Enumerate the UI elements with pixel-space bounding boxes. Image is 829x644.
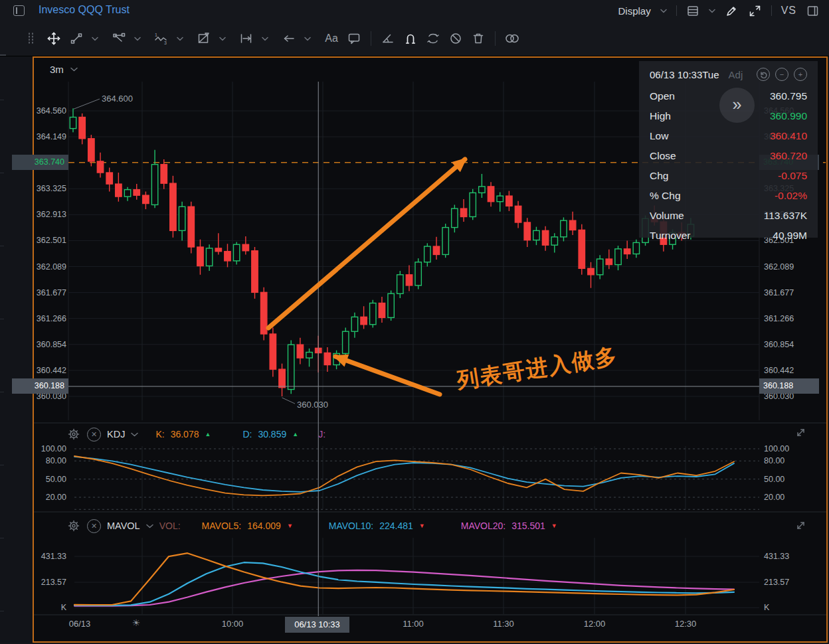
info-row-label: Turnover xyxy=(650,230,690,242)
price-label-right: 360.442 xyxy=(764,365,821,376)
adj-toggle[interactable]: Adj xyxy=(729,69,743,80)
price-label-left: 361.266 xyxy=(11,313,66,325)
info-datetime: 06/13 10:33Tue xyxy=(650,69,719,80)
info-row: Turnover40.99M xyxy=(650,226,807,246)
mavol5-value: 164.009 xyxy=(247,521,281,531)
kdj-axis-label-left: 80.00 xyxy=(11,455,66,467)
price-label-right: 360.854 xyxy=(764,339,821,351)
cursor-price-tag-left: 360.188 xyxy=(12,378,68,394)
gear-icon[interactable] xyxy=(66,427,81,442)
kdj-j-label: J: xyxy=(318,429,325,440)
price-label-left: 362.913 xyxy=(11,209,66,220)
time-label: 06/13 xyxy=(69,619,91,629)
info-row: Low360.410 xyxy=(650,126,807,146)
info-row-label: Low xyxy=(650,130,668,142)
info-row-label: Volume xyxy=(650,210,684,222)
mavol-header: ✕ MAVOL VOL: MAVOL5: 164.009 ▼ MAVOL10: … xyxy=(66,517,557,534)
mavol5-label: MAVOL5: xyxy=(202,521,242,531)
info-row-label: Chg xyxy=(650,170,668,182)
info-row-value: 360.990 xyxy=(770,110,807,122)
low-price-annotation: 360.030 xyxy=(297,400,328,410)
mavol-expand-icon[interactable] xyxy=(794,519,807,534)
kdj-axis-label-left: 20.00 xyxy=(11,492,66,503)
mavol20-down-triangle-icon: ▼ xyxy=(551,523,557,529)
d-up-triangle-icon: ▲ xyxy=(292,431,298,438)
mavol-axis-label-right: 213.57 xyxy=(764,577,821,588)
kdj-axis-label-right: 80.00 xyxy=(764,455,821,467)
mavol-axis-label-left: 213.57 xyxy=(11,577,66,588)
price-label-left: 360.442 xyxy=(11,365,66,376)
trading-app: Invesco QQQ Trust Display VS 13 xyxy=(0,0,829,644)
mavol-axis-label-left: K xyxy=(11,602,66,613)
high-price-annotation: 364.600 xyxy=(102,94,133,104)
chevron-down-icon[interactable] xyxy=(131,432,138,437)
kdj-expand-icon[interactable] xyxy=(794,426,807,442)
time-label: 10:00 xyxy=(222,619,244,629)
time-label: 12:00 xyxy=(584,619,606,629)
price-label-left: 362.501 xyxy=(11,235,66,246)
price-label-right: 362.089 xyxy=(764,262,821,273)
mavol10-down-triangle-icon: ▼ xyxy=(419,523,425,529)
info-row-label: Open xyxy=(650,90,675,102)
mavol-axis-label-right: K xyxy=(764,602,821,613)
price-label-left: 361.677 xyxy=(11,287,66,299)
mavol10-label: MAVOL10: xyxy=(329,521,373,531)
info-row-label: % Chg xyxy=(650,190,681,202)
info-row-label: High xyxy=(650,110,671,122)
time-label: 11:30 xyxy=(493,619,514,629)
info-row-value: 40.99M xyxy=(773,230,807,242)
info-row-value: 360.795 xyxy=(770,90,807,102)
close-indicator-icon[interactable]: ✕ xyxy=(87,519,101,533)
info-row: Volume113.637K xyxy=(650,206,807,226)
kdj-k-value: 36.078 xyxy=(171,429,199,440)
price-label-left: 360.854 xyxy=(11,339,66,351)
mavol-axis-label-right: 431.33 xyxy=(764,551,821,562)
price-label-left: 363.325 xyxy=(11,183,66,195)
mavol5-down-triangle-icon: ▼ xyxy=(287,523,293,529)
price-label-left: 364.149 xyxy=(11,131,66,143)
vol-label: VOL: xyxy=(159,521,181,531)
price-label-right: 361.677 xyxy=(764,287,821,299)
cursor-time-tag: 06/13 10:33 xyxy=(285,617,349,633)
info-row-value: 113.637K xyxy=(764,210,807,222)
mavol20-value: 315.501 xyxy=(511,521,545,531)
price-label-right: 361.266 xyxy=(764,313,821,325)
info-row: % Chg-0.02% xyxy=(650,186,807,206)
price-label-left: 362.089 xyxy=(11,262,66,273)
indicator-name[interactable]: MAVOL xyxy=(107,521,140,531)
reset-icon[interactable] xyxy=(757,68,770,81)
ohlc-info-panel: 06/13 10:33Tue Adj − + Open360.795High36… xyxy=(639,61,818,238)
kdj-k-label: K: xyxy=(155,429,164,440)
chevron-down-icon[interactable] xyxy=(146,524,153,528)
mavol-axis-label-left: 431.33 xyxy=(11,551,66,562)
price-label-left: 364.560 xyxy=(11,106,66,117)
mavol10-value: 224.481 xyxy=(379,521,413,531)
gear-icon[interactable] xyxy=(66,519,81,533)
time-label: 12:30 xyxy=(675,619,697,629)
info-row: Chg-0.075 xyxy=(650,166,807,186)
kdj-axis-label-right: 50.00 xyxy=(764,474,821,485)
close-indicator-icon[interactable]: ✕ xyxy=(87,428,101,442)
cursor-price-tag-right: 360.188 xyxy=(759,378,819,394)
zoom-in-icon[interactable]: + xyxy=(794,68,807,81)
time-label: 11:00 xyxy=(403,619,424,629)
info-row-value: 360.720 xyxy=(770,150,807,162)
kdj-axis-label-left: 100.00 xyxy=(11,443,66,455)
indicator-name[interactable]: KDJ xyxy=(107,429,125,440)
kdj-axis-label-left: 50.00 xyxy=(11,474,66,485)
info-row-label: Close xyxy=(650,150,676,162)
info-row: Close360.720 xyxy=(650,146,807,166)
mavol20-label: MAVOL20: xyxy=(461,521,506,531)
info-row-value: -0.02% xyxy=(775,190,807,202)
info-row-value: -0.075 xyxy=(778,170,807,182)
kdj-d-label: D: xyxy=(242,429,252,440)
expand-more-button[interactable]: » xyxy=(719,88,755,123)
kdj-axis-label-right: 100.00 xyxy=(764,443,821,455)
kdj-d-value: 30.859 xyxy=(258,429,286,440)
market-open-sun-icon: ☀ xyxy=(132,617,141,628)
kdj-axis-label-right: 20.00 xyxy=(764,492,821,503)
prev-close-price-tag-left: 363.740 xyxy=(12,155,68,170)
k-up-triangle-icon: ▲ xyxy=(205,431,211,438)
kdj-header: ✕ KDJ K: 36.078 ▲ D: 30.859 ▲ J: xyxy=(66,426,325,443)
zoom-out-icon[interactable]: − xyxy=(775,68,788,81)
